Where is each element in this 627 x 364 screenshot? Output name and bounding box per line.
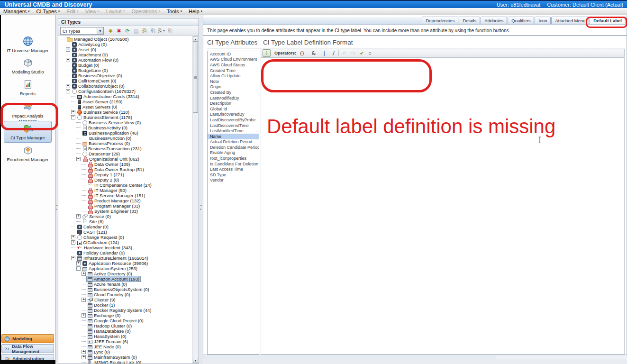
attribute-item[interactable]: Description bbox=[208, 100, 259, 106]
attribute-item[interactable]: Enable Aging bbox=[208, 150, 259, 156]
new-ci-type-button[interactable]: ✱ bbox=[107, 27, 114, 35]
tree-item[interactable]: Docker Registry System (44) bbox=[58, 308, 192, 313]
scroll-down-icon[interactable]: ▼ bbox=[193, 358, 198, 363]
tab-dependencies[interactable]: Dependencies bbox=[422, 17, 458, 24]
expand-icon[interactable]: + bbox=[76, 214, 81, 218]
attribute-item[interactable]: root_iconproperties bbox=[208, 155, 259, 161]
tree-item[interactable]: BusinessProcess (0) bbox=[58, 141, 192, 146]
attribute-item[interactable]: Deletion Candidate Period bbox=[208, 145, 259, 150]
tree-item[interactable]: Amazon Account (193) bbox=[58, 276, 192, 282]
tree-item[interactable]: +CICollection (124) bbox=[58, 240, 192, 245]
tree-item[interactable]: BusinessTransaction (231) bbox=[58, 146, 192, 151]
sidebar-item-ci-type-manager[interactable]: CI Type Manager bbox=[4, 121, 52, 143]
sidebar-item-impact-analysis-manager[interactable]: Impact Analysis Manager bbox=[3, 101, 53, 124]
tree-item[interactable]: Data Owner Backup (51) bbox=[58, 167, 192, 172]
tree-item[interactable]: Google Cloud Project (0) bbox=[58, 318, 192, 323]
attribute-item[interactable]: LastModifiedTime bbox=[208, 128, 259, 134]
tree-item[interactable]: −ConfigurationItem (1678327) bbox=[58, 89, 192, 94]
tab-attributes[interactable]: Attributes bbox=[481, 17, 507, 24]
expand-icon[interactable]: + bbox=[71, 110, 75, 114]
tab-details[interactable]: Details bbox=[459, 17, 480, 24]
insert-attribute-button[interactable]: ⇩ bbox=[263, 49, 271, 57]
expand-icon[interactable]: + bbox=[66, 84, 70, 88]
expand-icon[interactable]: + bbox=[76, 261, 81, 265]
tree-item[interactable]: Docker (1) bbox=[58, 302, 192, 308]
menu-tools[interactable]: Tools▾ bbox=[164, 9, 185, 14]
tree-item[interactable]: BusinessObjective (0) bbox=[58, 73, 192, 78]
tree-item[interactable]: JEE Node (0) bbox=[58, 344, 192, 349]
attribute-item[interactable]: LastDiscoveredByProbe bbox=[208, 117, 259, 123]
tree-item[interactable]: −ApplicationSystem (253) bbox=[58, 266, 192, 271]
tree-item[interactable]: Asset Servers (0) bbox=[58, 104, 192, 109]
attribute-item[interactable]: LastDiscoveredTime bbox=[208, 123, 259, 128]
tree-item[interactable]: Budget (0) bbox=[58, 63, 192, 68]
tree-item[interactable]: −Organizational Unit (862) bbox=[58, 156, 192, 162]
tree-item[interactable]: MSMQ Routing Link (0) bbox=[58, 360, 192, 364]
tab-default-label[interactable]: Default Label bbox=[590, 17, 626, 24]
tree-item[interactable]: −BusinessElement (1176) bbox=[58, 115, 192, 120]
export-report-button[interactable]: ⎗ bbox=[166, 27, 174, 35]
tree-item[interactable]: Holiday Calendar (0) bbox=[58, 250, 192, 255]
tree-item[interactable]: Site (8) bbox=[58, 219, 192, 224]
attribute-item[interactable]: LastDiscoveredBy bbox=[208, 112, 259, 118]
operator-and[interactable]: & bbox=[312, 50, 316, 56]
sidebar-item-enrichment-manager[interactable]: Enrichment Manager bbox=[3, 145, 53, 162]
chevron-down-icon[interactable]: ▼ bbox=[97, 27, 103, 34]
tree-item[interactable]: Data Owner (109) bbox=[58, 162, 192, 167]
tree-scrollbar[interactable]: ▲ ▼ bbox=[192, 36, 199, 364]
label-definition-editor[interactable] bbox=[261, 57, 625, 355]
tree-item[interactable]: CAST (121) bbox=[58, 229, 192, 235]
expand-icon[interactable]: + bbox=[66, 58, 70, 62]
tree-item[interactable]: −InfrastructureElement (1665814) bbox=[58, 255, 192, 261]
attribute-item[interactable]: Origin bbox=[208, 84, 259, 90]
tree-item[interactable]: +Service (0) bbox=[58, 214, 192, 219]
attribute-item[interactable]: Is Candidate For Deletion bbox=[208, 161, 259, 167]
tree-item[interactable]: Hardware Incident (343) bbox=[58, 245, 192, 250]
expand-icon[interactable]: + bbox=[71, 240, 75, 245]
preview-icon[interactable]: ○ bbox=[368, 50, 372, 56]
tab-icon[interactable]: Icon bbox=[535, 17, 551, 24]
tree-item[interactable]: +Active Directory (0) bbox=[58, 271, 192, 276]
attribute-item[interactable]: Global Id bbox=[208, 106, 259, 112]
delete-ci-type-button[interactable]: ✖ bbox=[115, 27, 123, 35]
tree-item[interactable]: Hadoop Cluster (0) bbox=[58, 323, 192, 328]
tab-attached-menu[interactable]: Attached Menu bbox=[551, 17, 589, 24]
tree-item[interactable]: BusinessActivity (0) bbox=[58, 125, 192, 130]
scrollbar-thumb[interactable] bbox=[193, 43, 198, 113]
operator-or[interactable]: | bbox=[323, 50, 325, 56]
tree-item[interactable]: BusinessObjectsSystem (0) bbox=[58, 287, 192, 292]
tree-item[interactable]: +Cluster (9) bbox=[58, 297, 192, 302]
tree-item[interactable]: BusinessApplication (46) bbox=[58, 130, 192, 136]
collapse-icon[interactable]: − bbox=[71, 256, 75, 260]
tree-item[interactable]: Datacenter (29) bbox=[58, 151, 192, 156]
tree-item[interactable]: Product Manager (132) bbox=[58, 198, 192, 203]
accordion-modeling[interactable]: Modeling bbox=[1, 334, 54, 343]
attribute-item[interactable]: Actual Deletion Period bbox=[208, 139, 259, 145]
attribute-item[interactable]: AWS Cloud Status bbox=[208, 62, 259, 68]
tree-item[interactable]: Calendar (0) bbox=[58, 224, 192, 229]
expand-icon[interactable]: + bbox=[82, 355, 86, 359]
tree-item[interactable]: System Engineer (33) bbox=[58, 209, 192, 214]
attribute-item[interactable]: Last Access Time bbox=[208, 166, 259, 172]
expand-icon[interactable]: + bbox=[82, 272, 86, 276]
attribute-item[interactable]: Created By bbox=[208, 90, 259, 95]
tree-item[interactable]: +Lync (0) bbox=[58, 349, 192, 355]
expand-icon[interactable]: + bbox=[82, 298, 86, 302]
tree-item[interactable]: ActivityLog (0) bbox=[58, 42, 192, 47]
import-ci-types-button[interactable]: ⎗ bbox=[149, 27, 157, 35]
expand-icon[interactable]: + bbox=[66, 47, 70, 52]
tree-item[interactable]: +MainframeSystem (0) bbox=[58, 355, 192, 360]
tree-item[interactable]: Attachment (0) bbox=[58, 52, 192, 57]
attribute-item[interactable]: Allow CI Update bbox=[208, 73, 259, 79]
tree-item[interactable]: Administrative Cards (3314) bbox=[58, 94, 192, 99]
collapse-icon[interactable]: − bbox=[66, 89, 70, 93]
tree-item[interactable]: J2EE Domain (6) bbox=[58, 339, 192, 344]
sidebar-item-modeling-studio[interactable]: Modeling Studio bbox=[3, 57, 53, 74]
tree-item[interactable]: Cloud Foundry (0) bbox=[58, 292, 192, 297]
tree-item[interactable]: BudgetLine (0) bbox=[58, 68, 192, 73]
tree-item[interactable]: Asset Server (2159) bbox=[58, 99, 192, 104]
collapse-icon[interactable]: − bbox=[71, 115, 75, 119]
tree-item[interactable]: +Asset (0) bbox=[58, 47, 192, 52]
collapse-right-icon[interactable]: ▸ bbox=[199, 208, 203, 211]
sidebar-item-it-universe-manager[interactable]: IT Universe Manager bbox=[3, 36, 53, 53]
